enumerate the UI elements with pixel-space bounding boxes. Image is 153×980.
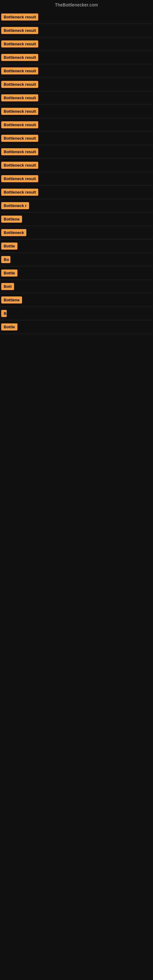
bottleneck-badge[interactable]: Bottleneck result [1,135,38,142]
badge-row: Bottle [0,266,153,280]
badge-row: Bottleneck result [0,64,153,78]
bottleneck-badge[interactable]: Bottleneck [1,229,26,236]
badge-row: Bottlene [0,213,153,226]
bottleneck-badge[interactable]: Bottleneck result [1,13,38,21]
badge-row: Bottleneck result [0,132,153,145]
badge-row: Bottleneck result [0,78,153,91]
badge-row: Bottleneck result [0,24,153,37]
badge-row: Bott [0,280,153,293]
bottleneck-badge[interactable]: Bottleneck result [1,54,38,61]
badge-row: Bottle [0,240,153,253]
bottleneck-badge[interactable]: Bottle [1,243,18,250]
bottleneck-badge[interactable]: Bottleneck result [1,81,38,88]
bottleneck-badge[interactable]: Bottlene [1,296,22,304]
bottleneck-badge[interactable]: Bottleneck result [1,27,38,34]
bottleneck-badge[interactable]: Bottleneck r [1,202,29,209]
site-title: TheBottlenecker.com [0,0,153,10]
badge-row: Bo [0,253,153,266]
bottleneck-badge[interactable]: Bottle [1,323,18,331]
bottleneck-badge[interactable]: Bottleneck result [1,94,38,101]
badge-row: Bottleneck result [0,159,153,172]
badge-row: Bottlene [0,293,153,307]
bottleneck-badge[interactable]: Bottleneck result [1,121,38,128]
bottleneck-badge[interactable]: Bottleneck result [1,67,38,75]
badge-row: Bottleneck result [0,172,153,186]
bottleneck-badge[interactable]: Bottleneck result [1,162,38,169]
bottleneck-badge[interactable]: Bo [1,256,10,263]
badge-row: Bottleneck result [0,118,153,132]
badge-row: B [0,307,153,320]
bottleneck-badge[interactable]: Bottleneck result [1,175,38,182]
badge-row: Bottleneck r [0,199,153,213]
badge-row: Bottle [0,320,153,334]
badge-row: Bottleneck result [0,37,153,51]
bottleneck-badge[interactable]: Bottleneck result [1,189,38,196]
badge-row: Bottleneck result [0,91,153,105]
badge-row: Bottleneck result [0,51,153,64]
badge-row: Bottleneck result [0,10,153,24]
bottleneck-badge[interactable]: Bott [1,283,14,290]
bottleneck-badge[interactable]: Bottlene [1,216,22,223]
bottleneck-badge[interactable]: Bottle [1,269,18,277]
bottleneck-badge[interactable]: Bottleneck result [1,40,38,48]
bottleneck-badge[interactable]: B [1,310,7,317]
badge-row: Bottleneck [0,226,153,240]
bottleneck-badge[interactable]: Bottleneck result [1,148,38,155]
bottleneck-badge[interactable]: Bottleneck result [1,108,38,115]
badge-row: Bottleneck result [0,186,153,199]
badge-row: Bottleneck result [0,145,153,159]
badge-row: Bottleneck result [0,105,153,118]
